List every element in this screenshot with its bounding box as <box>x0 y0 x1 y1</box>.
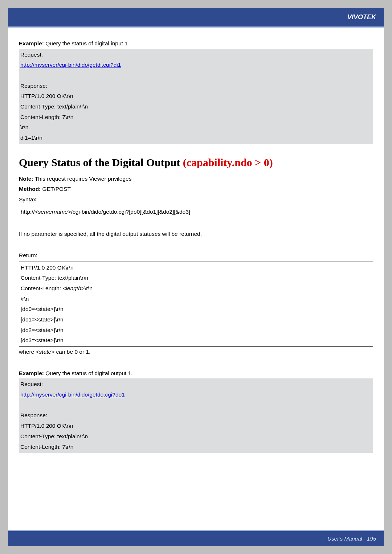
example2-intro: Example: Query the status of digital out… <box>19 368 373 379</box>
section-title: Query Status of the Digital Output (capa… <box>19 156 373 169</box>
example2-block: Request: http://myserver/cgi-bin/dido/ge… <box>19 378 373 453</box>
return-line: \r\n <box>21 294 371 304</box>
return-l3a: Content-Length: <box>21 285 62 291</box>
return-line: [do2=<state>]\r\n <box>21 325 371 336</box>
blank-line <box>20 70 372 81</box>
note-line: Note: This request requires Viewer privi… <box>19 174 373 184</box>
return-line: [do0=<state>]\r\n <box>21 304 371 315</box>
where-i: <state> <box>36 349 55 355</box>
where-b: can be 0 or 1. <box>54 349 90 355</box>
return-line: HTTP/1.0 200 OK\r\n <box>21 263 371 273</box>
section-title-red: (capability.ndo > 0) <box>183 156 273 168</box>
blank-line <box>20 400 372 411</box>
example1-intro: Example: Query the status of digital inp… <box>19 38 373 49</box>
response-line: HTTP/1.0 200 OK\r\n <box>20 421 372 431</box>
return-label: Return: <box>19 250 373 261</box>
request-url-line: http://myserver/cgi-bin/dido/getdo.cgi?d… <box>20 390 372 400</box>
response-line: Content-Length: 7\r\n <box>20 112 372 123</box>
page-content: Example: Query the status of digital inp… <box>8 28 384 453</box>
note-text: This request requires Viewer privileges <box>33 176 132 182</box>
response-line: Content-Type: text/plain\r\n <box>20 431 372 442</box>
brand-logo: VIVOTEK <box>347 13 376 21</box>
syntax-box: http://<servername>/cgi-bin/dido/getdo.c… <box>19 206 373 218</box>
example-label: Example: <box>19 40 44 46</box>
return-line: Content-Length: <length>\r\n <box>21 283 371 294</box>
response-line: \r\n <box>20 122 372 133</box>
request-url-link[interactable]: http://myserver/cgi-bin/dido/getdo.cgi?d… <box>20 391 125 398</box>
response-line: Content-Length: 7\r\n <box>20 442 372 452</box>
response-label: Response: <box>20 410 372 421</box>
method-text: GET/POST <box>41 186 71 192</box>
footer-band: User's Manual - 195 <box>8 530 384 546</box>
where-line: where <state> can be 0 or 1. <box>19 347 373 357</box>
response-line: Content-Type: text/plain\r\n <box>20 102 372 112</box>
response-label: Response: <box>20 81 372 91</box>
method-label: Method: <box>19 186 41 192</box>
return-l3b: \r\n <box>85 285 93 291</box>
example2-text: Query the status of digital output 1. <box>44 370 133 376</box>
method-line: Method: GET/POST <box>19 184 373 194</box>
request-url-link[interactable]: http://myserver/cgi-bin/dido/getdi.cgi?d… <box>20 62 121 68</box>
request-label: Request: <box>20 50 372 60</box>
response-line: HTTP/1.0 200 OK\r\n <box>20 91 372 102</box>
return-line: [do1=<state>]\r\n <box>21 315 371 325</box>
where-a: where <box>19 349 36 355</box>
response-line: di1=1\r\n <box>20 133 372 143</box>
request-url-line: http://myserver/cgi-bin/dido/getdi.cgi?d… <box>20 60 372 70</box>
footer-text: User's Manual - 195 <box>327 535 376 542</box>
header-band: VIVOTEK <box>8 8 384 28</box>
request-label: Request: <box>20 379 372 390</box>
note-label: Note: <box>19 176 33 182</box>
syntax-suffix: /cgi-bin/dido/getdo.cgi?[do0][&do1][&do2… <box>71 209 190 215</box>
syntax-prefix: http:// <box>21 209 35 215</box>
noparam-text: If no parameter is specified, all the di… <box>19 229 373 239</box>
example-label: Example: <box>19 370 44 376</box>
example1-block: Request: http://myserver/cgi-bin/dido/ge… <box>19 49 373 144</box>
return-line: [do3=<state>]\r\n <box>21 335 371 346</box>
return-line: Content-Type: text/plain\r\n <box>21 273 371 283</box>
section-title-black: Query Status of the Digital Output <box>19 156 183 168</box>
example1-text: Query the status of digital input 1 . <box>44 40 131 46</box>
syntax-label: Syntax: <box>19 194 373 205</box>
syntax-servername: <servername> <box>35 209 71 215</box>
return-l3i: <length> <box>62 285 84 291</box>
return-box: HTTP/1.0 200 OK\r\n Content-Type: text/p… <box>19 262 373 347</box>
